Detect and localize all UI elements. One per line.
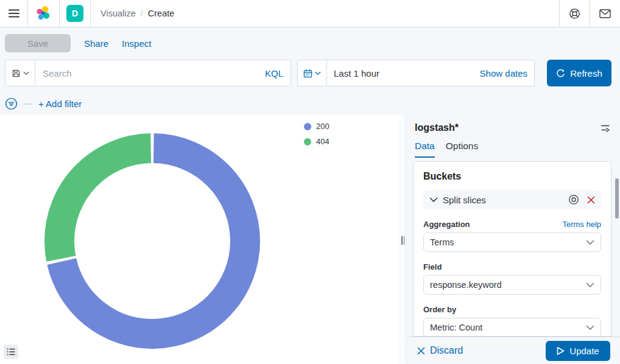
help-icon — [569, 8, 580, 19]
tab-options[interactable]: Options — [446, 141, 478, 158]
sidebar-scrollbar-thumb[interactable] — [615, 178, 619, 219]
save-button[interactable]: Save — [5, 34, 71, 52]
field-label: Field — [423, 262, 442, 271]
editor-toolbar: Save Share Inspect — [0, 27, 620, 58]
space-badge: D — [66, 5, 83, 22]
chevron-down-icon — [586, 282, 594, 288]
terms-help-link[interactable]: Terms help — [562, 220, 601, 229]
refresh-button[interactable]: Refresh — [547, 60, 611, 86]
remove-bucket-icon[interactable] — [587, 196, 595, 204]
field-select[interactable]: response.keyword — [423, 275, 601, 295]
sidebar-header: logstash* — [413, 115, 611, 133]
breadcrumb-separator: / — [141, 9, 143, 18]
field-value: response.keyword — [430, 280, 502, 290]
refresh-label: Refresh — [570, 68, 602, 79]
inspect-link[interactable]: Inspect — [122, 38, 151, 49]
share-link[interactable]: Share — [84, 38, 108, 49]
split-row-actions — [568, 194, 595, 205]
discard-x-icon — [417, 347, 425, 355]
date-range-display: Last 1 hour Show dates — [326, 60, 535, 86]
breadcrumb-visualize[interactable]: Visualize — [100, 9, 136, 18]
aggregation-value: Terms — [430, 237, 454, 247]
tab-data[interactable]: Data — [415, 141, 435, 158]
donut-chart[interactable] — [44, 133, 261, 349]
chevron-down-icon — [586, 325, 594, 331]
legend-toggle-icon — [7, 348, 15, 355]
buckets-panel: Buckets Split slices — [413, 161, 611, 337]
kibana-visualize-editor: D Visualize / Create Save Share Inspect — [0, 0, 620, 364]
menu-button[interactable] — [0, 0, 28, 27]
breadcrumb-create: Create — [148, 9, 175, 18]
legend-item-200[interactable]: 200 — [304, 122, 329, 131]
global-header: D Visualize / Create — [0, 0, 620, 27]
aggregation-label: Aggregation — [423, 220, 470, 229]
toggle-visibility-eye-icon[interactable] — [568, 194, 579, 205]
help-button[interactable] — [559, 0, 590, 27]
update-label: Update — [569, 346, 599, 356]
order-by-label-row: Order by — [423, 305, 601, 314]
split-slices-row[interactable]: Split slices — [423, 190, 601, 209]
field-label-row: Field — [423, 262, 601, 271]
sidebar-action-bar: Discard Update — [407, 337, 620, 364]
filter-bar-divider — [24, 103, 32, 105]
play-icon — [557, 346, 565, 355]
calendar-icon — [303, 69, 312, 78]
panel-resize-handle[interactable] — [399, 115, 407, 364]
filter-bar: + Add filter — [0, 86, 620, 115]
aggregation-select[interactable]: Terms — [423, 233, 601, 252]
chevron-down-icon — [586, 240, 594, 245]
main-content: 200 404 logstash* — [0, 115, 620, 364]
index-pattern-title: logstash* — [415, 122, 459, 133]
time-range-value[interactable]: Last 1 hour — [334, 68, 379, 79]
add-filter-link[interactable]: + Add filter — [38, 99, 82, 109]
legend-dot-200 — [304, 123, 311, 130]
mail-icon — [599, 9, 611, 18]
date-quick-select-button[interactable] — [297, 60, 327, 86]
order-by-label: Order by — [423, 305, 456, 314]
refresh-icon — [556, 69, 565, 78]
collapse-sidebar-icon — [601, 123, 610, 133]
aggregation-label-row: Aggregation Terms help — [423, 220, 601, 229]
discard-button[interactable]: Discard — [417, 345, 463, 356]
vis-editor-sidebar: logstash* Data Options Buckets — [407, 115, 620, 364]
filter-icon[interactable] — [5, 97, 18, 110]
date-picker-group: Last 1 hour Show dates — [297, 60, 535, 86]
newsfeed-button[interactable] — [590, 0, 620, 27]
collapse-sidebar-button[interactable] — [601, 123, 610, 133]
order-by-value: Metric: Count — [430, 323, 482, 332]
query-language-button[interactable]: KQL — [265, 68, 283, 79]
search-input[interactable] — [43, 68, 265, 79]
chart-legend: 200 404 — [304, 122, 329, 146]
chevron-down-icon — [429, 197, 438, 203]
visualization-panel: 200 404 — [0, 115, 399, 364]
sidebar-tabs: Data Options — [413, 133, 611, 158]
saved-query-button[interactable] — [5, 60, 35, 86]
breadcrumb: Visualize / Create — [91, 0, 184, 27]
split-slices-label: Split slices — [443, 195, 568, 205]
legend-label-200: 200 — [316, 122, 329, 131]
hamburger-icon — [9, 9, 19, 18]
search-input-container: KQL — [35, 60, 291, 86]
legend-label-404: 404 — [316, 137, 329, 146]
elastic-logo[interactable] — [28, 0, 60, 27]
discard-label: Discard — [430, 345, 463, 356]
resize-grab-icon — [401, 236, 404, 245]
order-by-select[interactable]: Metric: Count — [423, 318, 601, 337]
elastic-logo-icon — [36, 5, 52, 21]
buckets-title: Buckets — [423, 171, 601, 182]
chevron-down-icon — [315, 71, 321, 75]
legend-dot-404 — [304, 138, 311, 145]
header-spacer — [184, 0, 559, 27]
chevron-down-icon — [23, 71, 29, 75]
show-dates-link[interactable]: Show dates — [480, 68, 527, 79]
update-button[interactable]: Update — [546, 341, 610, 361]
save-query-icon — [12, 69, 21, 78]
legend-item-404[interactable]: 404 — [304, 137, 329, 146]
query-bar: KQL Last 1 hour Show dates — [0, 58, 620, 86]
space-selector[interactable]: D — [60, 0, 91, 27]
legend-toggle-button[interactable] — [4, 345, 18, 359]
